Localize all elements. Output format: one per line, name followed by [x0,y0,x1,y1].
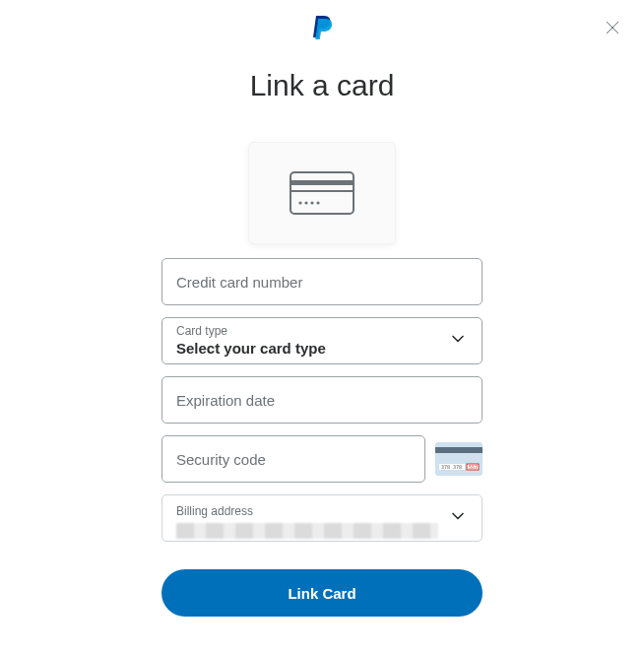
svg-point-5 [298,201,301,204]
security-code-input[interactable] [176,451,411,468]
chevron-down-icon [448,506,468,530]
billing-address-select[interactable]: Billing address [161,494,483,542]
page-title: Link a card [0,69,644,102]
card-number-input[interactable] [176,274,468,291]
security-code-field[interactable] [161,435,425,483]
svg-point-7 [310,201,313,204]
svg-point-6 [304,201,307,204]
svg-point-8 [316,201,319,204]
link-card-form: Card type Select your card type 378 378 … [161,258,483,542]
expiration-field[interactable] [161,376,483,424]
billing-address-label: Billing address [176,504,253,518]
paypal-logo-icon [310,14,334,41]
chevron-down-icon [448,329,468,353]
svg-rect-10 [435,447,483,453]
svg-rect-3 [290,180,354,185]
card-type-label: Card type [176,324,438,338]
svg-rect-2 [290,172,354,214]
billing-address-value [176,523,438,539]
link-card-button[interactable]: Link Card [161,569,483,617]
card-illustration [248,142,396,244]
expiration-input[interactable] [176,392,468,409]
card-type-select[interactable]: Card type Select your card type [161,317,483,364]
svg-text:557: 557 [469,464,478,470]
card-type-value: Select your card type [176,340,438,358]
card-number-field[interactable] [161,258,483,305]
close-icon[interactable] [603,18,626,41]
credit-card-icon [290,171,354,215]
svg-text:378 378: 378 378 [441,464,462,470]
cvv-hint-icon: 378 378 557 [435,442,483,476]
